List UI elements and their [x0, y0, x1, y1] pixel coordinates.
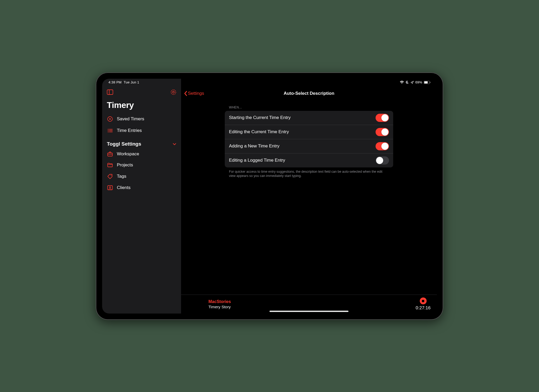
sidebar-item-workspace[interactable]: Workspace	[102, 148, 181, 160]
sidebar-item-clients[interactable]: Clients	[102, 182, 181, 193]
section-toggl-settings[interactable]: Toggl Settings	[102, 136, 181, 148]
device-frame: 4:38 PM Tue Jun 1 69%	[96, 72, 443, 320]
stop-icon	[422, 300, 424, 302]
row-label: Adding a New Time Entry	[229, 143, 280, 149]
sidebar-item-label: Projects	[117, 162, 133, 168]
person-card-icon	[107, 185, 113, 190]
location-icon	[411, 81, 414, 84]
group-header: WHEN…	[225, 103, 393, 111]
row-label: Starting the Current Time Entry	[229, 115, 291, 120]
current-project: MacStories	[208, 299, 231, 304]
battery-icon	[424, 81, 431, 84]
briefcase-icon	[107, 151, 113, 157]
svg-point-9	[108, 130, 108, 131]
sidebar-item-label: Time Entries	[117, 128, 142, 133]
app-root: Timery Saved Timers Time Entries Toggl S…	[102, 79, 437, 314]
row-starting-current: Starting the Current Time Entry	[225, 111, 393, 125]
content-scroll[interactable]: WHEN… Starting the Current Time Entry Ed…	[181, 99, 437, 295]
toggle-starting-current[interactable]	[376, 114, 389, 122]
section-title: Toggl Settings	[107, 141, 141, 147]
sidebar-item-projects[interactable]: Projects	[102, 160, 181, 171]
row-editing-logged: Editing a Logged Time Entry	[225, 153, 393, 167]
status-bar: 4:38 PM Tue Jun 1 69%	[102, 79, 437, 85]
svg-point-8	[108, 129, 108, 130]
home-indicator[interactable]	[270, 311, 348, 312]
sidebar-item-label: Saved Timers	[117, 116, 144, 122]
folder-icon	[107, 163, 113, 167]
page-title: Auto-Select Description	[284, 91, 335, 96]
sidebar-item-time-entries[interactable]: Time Entries	[102, 125, 181, 136]
svg-rect-18	[108, 186, 112, 190]
group-footer: For quicker access to time entry suggest…	[225, 167, 393, 181]
svg-point-10	[108, 131, 108, 132]
sidebar-item-label: Tags	[117, 174, 126, 179]
list-icon	[107, 128, 113, 133]
sidebar-toggle-icon[interactable]	[107, 90, 113, 95]
row-adding-new: Adding a New Time Entry	[225, 139, 393, 153]
status-right: 69%	[400, 80, 431, 84]
sidebar-item-label: Workspace	[117, 151, 139, 157]
tag-icon	[107, 173, 113, 179]
row-editing-current: Editing the Current Time Entry	[225, 125, 393, 139]
svg-point-6	[173, 91, 174, 93]
toggle-editing-logged[interactable]	[376, 156, 389, 165]
current-description: Timery Story	[208, 305, 231, 309]
settings-group: Starting the Current Time Entry Editing …	[225, 111, 393, 167]
sidebar-item-tags[interactable]: Tags	[102, 171, 181, 182]
main-panel: Settings Auto-Select Description WHEN… S…	[181, 79, 437, 314]
status-date: Tue Jun 1	[124, 80, 139, 84]
app-title: Timery	[102, 98, 181, 113]
status-time: 4:38 PM	[108, 80, 122, 84]
svg-rect-2	[430, 82, 431, 83]
sidebar-item-label: Clients	[117, 185, 131, 190]
nav-bar: Settings Auto-Select Description	[181, 88, 437, 99]
sidebar: Timery Saved Timers Time Entries Toggl S…	[102, 79, 181, 314]
row-label: Editing the Current Time Entry	[229, 129, 289, 135]
moon-icon	[406, 81, 409, 84]
wifi-icon	[400, 81, 404, 84]
battery-percent: 69%	[415, 80, 422, 84]
svg-point-19	[109, 187, 111, 188]
svg-point-5	[171, 90, 176, 95]
sidebar-item-saved-timers[interactable]: Saved Timers	[102, 113, 181, 125]
screen: 4:38 PM Tue Jun 1 69%	[102, 79, 437, 314]
back-button[interactable]: Settings	[184, 88, 204, 99]
toggle-adding-new[interactable]	[376, 142, 389, 150]
now-playing-bar[interactable]: MacStories Timery Story 0:27:16	[181, 295, 437, 314]
row-label: Editing a Logged Time Entry	[229, 158, 285, 163]
svg-rect-14	[108, 153, 112, 156]
svg-rect-1	[424, 81, 428, 83]
svg-point-17	[111, 175, 112, 176]
svg-rect-3	[107, 90, 113, 95]
gear-icon[interactable]	[171, 89, 176, 95]
chevron-down-icon	[173, 141, 176, 147]
chevron-left-icon	[184, 91, 187, 96]
play-circle-icon	[107, 116, 113, 122]
stop-button[interactable]	[420, 297, 427, 304]
elapsed-time: 0:27:16	[416, 305, 431, 311]
back-label: Settings	[188, 91, 204, 96]
toggle-editing-current[interactable]	[376, 128, 389, 136]
